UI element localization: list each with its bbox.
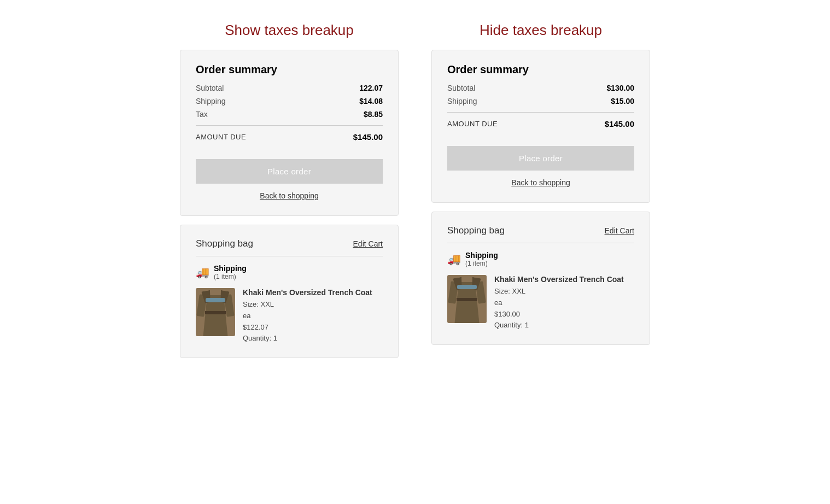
right-subtotal-row: Subtotal $130.00: [447, 84, 634, 92]
left-bag-header: Shopping bag Edit Cart: [196, 238, 383, 249]
right-edit-cart-link[interactable]: Edit Cart: [605, 226, 634, 235]
right-bag-divider: [447, 243, 634, 243]
right-title: Hide taxes breakup: [480, 22, 602, 39]
right-bag-title: Shopping bag: [447, 225, 505, 236]
right-shipping-row: Shipping $15.00: [447, 97, 634, 113]
left-shipping-bag-count: (1 item): [214, 273, 247, 280]
left-place-order-button[interactable]: Place order: [196, 159, 383, 184]
left-scarf: [206, 298, 225, 302]
right-back-to-shopping-link[interactable]: Back to shopping: [447, 178, 634, 187]
right-amount-label: AMOUNT DUE: [447, 120, 498, 128]
left-product-row: Khaki Men's Oversized Trench Coat Size: …: [196, 288, 383, 344]
left-product-price: $122.07: [243, 322, 372, 333]
left-amount-value: $145.00: [353, 132, 383, 142]
left-shipping-label: Shipping: [196, 97, 226, 106]
right-shipping-bag-count: (1 item): [465, 260, 498, 267]
left-tax-row: Tax $8.85: [196, 110, 383, 126]
right-product-info: Size: XXL ea $130.00 Quantity: 1: [494, 286, 624, 331]
right-shipping-bag-label: Shipping: [465, 251, 498, 260]
right-shopping-bag-card: Shopping bag Edit Cart 🚚 Shipping (1 ite…: [431, 212, 650, 345]
left-shipping-info: Shipping (1 item): [214, 264, 247, 280]
left-title: Show taxes breakup: [225, 22, 354, 39]
right-product-details: Khaki Men's Oversized Trench Coat Size: …: [494, 275, 624, 331]
right-shipping-value: $15.00: [611, 97, 634, 106]
left-bag-divider: [196, 256, 383, 256]
left-subtotal-label: Subtotal: [196, 84, 224, 92]
right-product-price: $130.00: [494, 309, 624, 320]
left-coat-belt: [205, 311, 226, 314]
right-product-row: Khaki Men's Oversized Trench Coat Size: …: [447, 275, 634, 331]
left-shipping-bag-row: 🚚 Shipping (1 item): [196, 264, 383, 280]
left-subtotal-row: Subtotal 122.07: [196, 84, 383, 92]
left-order-heading: Order summary: [196, 63, 383, 76]
left-amount-label: AMOUNT DUE: [196, 133, 246, 141]
right-product-image: [447, 275, 487, 323]
right-product-name: Khaki Men's Oversized Trench Coat: [494, 275, 624, 284]
left-back-to-shopping-link[interactable]: Back to shopping: [196, 191, 383, 200]
left-edit-cart-link[interactable]: Edit Cart: [353, 239, 383, 248]
right-shipping-label: Shipping: [447, 97, 477, 106]
right-amount-value: $145.00: [605, 119, 634, 128]
right-shipping-info: Shipping (1 item): [465, 251, 498, 267]
left-tax-label: Tax: [196, 110, 208, 119]
left-product-image: [196, 288, 235, 336]
left-product-quantity: Quantity: 1: [243, 333, 372, 344]
right-bag-header: Shopping bag Edit Cart: [447, 225, 634, 236]
right-column: Hide taxes breakup Order summary Subtota…: [431, 22, 650, 358]
left-tax-value: $8.85: [364, 110, 383, 119]
left-shopping-bag-card: Shopping bag Edit Cart 🚚 Shipping (1 ite…: [180, 225, 399, 358]
left-product-name: Khaki Men's Oversized Trench Coat: [243, 288, 372, 297]
right-place-order-button[interactable]: Place order: [447, 146, 634, 171]
right-product-unit: ea: [494, 297, 624, 309]
left-product-info: Size: XXL ea $122.07 Quantity: 1: [243, 299, 372, 344]
left-shipping-row: Shipping $14.08: [196, 97, 383, 106]
left-amount-row: AMOUNT DUE $145.00: [196, 132, 383, 142]
left-subtotal-value: 122.07: [359, 84, 383, 92]
left-bag-title: Shopping bag: [196, 238, 253, 249]
right-coat-belt: [457, 298, 477, 301]
right-product-quantity: Quantity: 1: [494, 320, 624, 331]
right-order-summary-card: Order summary Subtotal $130.00 Shipping …: [431, 50, 650, 203]
right-amount-row: AMOUNT DUE $145.00: [447, 119, 634, 128]
left-shipping-value: $14.08: [359, 97, 383, 106]
right-subtotal-label: Subtotal: [447, 84, 475, 92]
right-order-heading: Order summary: [447, 63, 634, 76]
right-subtotal-value: $130.00: [606, 84, 634, 92]
left-column: Show taxes breakup Order summary Subtota…: [180, 22, 399, 358]
left-product-size: Size: XXL: [243, 299, 372, 310]
right-scarf: [457, 285, 477, 289]
left-product-details: Khaki Men's Oversized Trench Coat Size: …: [243, 288, 372, 344]
left-order-summary-card: Order summary Subtotal 122.07 Shipping $…: [180, 50, 399, 216]
right-truck-icon: 🚚: [447, 253, 461, 266]
left-product-unit: ea: [243, 310, 372, 322]
right-shipping-bag-row: 🚚 Shipping (1 item): [447, 251, 634, 267]
left-shipping-bag-label: Shipping: [214, 264, 247, 273]
left-truck-icon: 🚚: [196, 266, 209, 279]
right-product-size: Size: XXL: [494, 286, 624, 297]
